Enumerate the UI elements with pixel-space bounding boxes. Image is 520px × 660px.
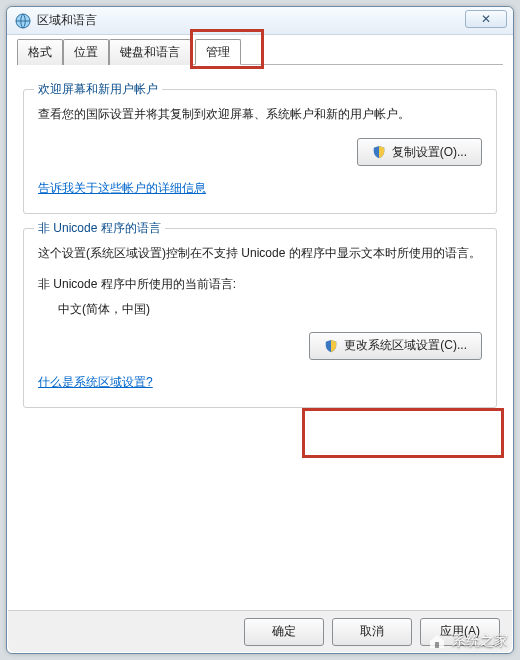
globe-icon	[15, 13, 31, 29]
uac-shield-icon	[372, 145, 386, 159]
dialog-button-bar: 确定 取消 应用(A)	[8, 610, 512, 652]
current-language-label: 非 Unicode 程序中所使用的当前语言:	[38, 276, 482, 293]
group-welcome-screen: 欢迎屏幕和新用户帐户 查看您的国际设置并将其复制到欢迎屏幕、系统帐户和新的用户帐…	[23, 89, 497, 214]
group-non-unicode: 非 Unicode 程序的语言 这个设置(系统区域设置)控制在不支持 Unico…	[23, 228, 497, 407]
accounts-info-link[interactable]: 告诉我关于这些帐户的详细信息	[38, 181, 206, 195]
tab-location[interactable]: 位置	[63, 39, 109, 65]
current-language-value: 中文(简体，中国)	[58, 301, 482, 318]
cancel-button[interactable]: 取消	[332, 618, 412, 646]
tab-format[interactable]: 格式	[17, 39, 63, 65]
group-description: 查看您的国际设置并将其复制到欢迎屏幕、系统帐户和新的用户帐户。	[38, 104, 482, 124]
button-label: 复制设置(O)...	[392, 144, 467, 161]
apply-button[interactable]: 应用(A)	[420, 618, 500, 646]
window-title: 区域和语言	[37, 12, 97, 29]
button-label: 更改系统区域设置(C)...	[344, 337, 467, 354]
tab-content: 欢迎屏幕和新用户帐户 查看您的国际设置并将其复制到欢迎屏幕、系统帐户和新的用户帐…	[7, 65, 513, 416]
copy-settings-button[interactable]: 复制设置(O)...	[357, 138, 482, 166]
tab-bar: 格式 位置 键盘和语言 管理	[17, 39, 503, 65]
tab-administrative[interactable]: 管理	[195, 39, 241, 65]
group-legend: 非 Unicode 程序的语言	[34, 220, 165, 237]
what-is-system-locale-link[interactable]: 什么是系统区域设置?	[38, 375, 153, 389]
uac-shield-icon	[324, 339, 338, 353]
titlebar: 区域和语言 ✕	[7, 7, 513, 35]
group-legend: 欢迎屏幕和新用户帐户	[34, 81, 162, 98]
change-system-locale-button[interactable]: 更改系统区域设置(C)...	[309, 332, 482, 360]
group-description: 这个设置(系统区域设置)控制在不支持 Unicode 的程序中显示文本时所使用的…	[38, 243, 482, 263]
dialog-window: 区域和语言 ✕ 格式 位置 键盘和语言 管理 欢迎屏幕和新用户帐户 查看您的国际…	[6, 6, 514, 654]
close-button[interactable]: ✕	[465, 10, 507, 28]
tab-keyboard-languages[interactable]: 键盘和语言	[109, 39, 191, 65]
ok-button[interactable]: 确定	[244, 618, 324, 646]
